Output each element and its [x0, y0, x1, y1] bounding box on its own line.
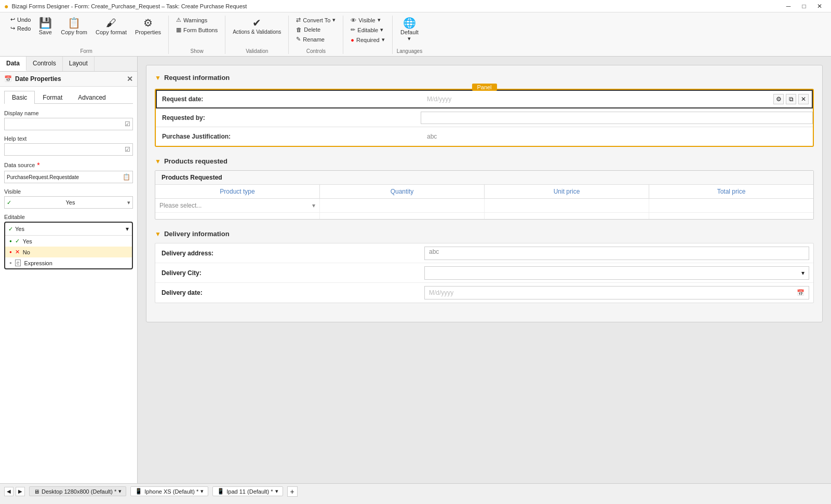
- delivery-row-address: Delivery address: abc: [155, 243, 813, 263]
- required-icon: ●: [351, 37, 354, 43]
- col-quantity: Quantity: [320, 185, 485, 198]
- cell-quantity-1[interactable]: [320, 199, 485, 212]
- help-text-input[interactable]: ☑: [4, 143, 133, 156]
- ipad-label: Ipad 11 (Default) *: [226, 488, 273, 495]
- sub-tab-advanced[interactable]: Advanced: [70, 91, 113, 104]
- editable-button[interactable]: ✏ Editable ▾: [347, 25, 387, 34]
- section-delivery-label: Delivery information: [164, 230, 230, 238]
- col-unit-price: Unit price: [485, 185, 649, 198]
- warnings-button[interactable]: ⚠ Warnings: [173, 16, 221, 24]
- section-toggle-request[interactable]: ▼: [155, 74, 161, 81]
- maximize-button[interactable]: □: [797, 1, 811, 11]
- undo-button[interactable]: ↩ Undo: [8, 16, 33, 23]
- copy-format-button[interactable]: 🖌 Copy format: [92, 16, 130, 37]
- tab-layout[interactable]: Layout: [63, 57, 95, 71]
- visible-button[interactable]: 👁 Visible ▾: [347, 16, 387, 24]
- panel-box-request: Panel Request date: M/d/yyyy ⚙ ⧉ ✕ Requ: [155, 89, 814, 147]
- properties-button[interactable]: ⚙ Properties: [132, 16, 164, 37]
- editable-dropdown-options: ● ✓ Yes ● ✕ No ● e Expression: [5, 235, 132, 268]
- delivery-date-input[interactable]: M/d/yyyy 📅: [424, 286, 809, 299]
- editable-option-yes[interactable]: ● ✓ Yes: [5, 236, 132, 247]
- ribbon-group-form: ↩ Undo ↪ Redo 💾 Save 📋 Copy from: [4, 16, 169, 54]
- visible-arrow-icon: ▾: [127, 199, 130, 206]
- main-area: ▼ Request information Panel Request date…: [138, 57, 831, 483]
- nav-next-button[interactable]: ▶: [16, 487, 25, 496]
- actions-validations-icon: ✔: [252, 18, 261, 28]
- settings-button[interactable]: ⚙: [773, 94, 784, 104]
- cell-total-price-2[interactable]: [649, 213, 813, 219]
- editable-option-expression[interactable]: ● e Expression: [5, 257, 132, 268]
- cell-quantity-2[interactable]: [320, 213, 485, 219]
- minimize-button[interactable]: ─: [781, 1, 796, 11]
- delivery-date-value[interactable]: M/d/yyyy 📅: [420, 284, 813, 302]
- delete-row-button[interactable]: ✕: [798, 94, 809, 104]
- device-tab-ipad[interactable]: 📱 Ipad 11 (Default) * ▾: [212, 486, 283, 496]
- data-source-input[interactable]: PurchaseRequest.Requestdate 📋: [4, 171, 133, 183]
- validation-group-label: Validation: [246, 48, 268, 54]
- default-language-button[interactable]: 🌐 Default ▾: [397, 16, 422, 44]
- save-button[interactable]: 💾 Save: [35, 16, 56, 37]
- convert-to-button[interactable]: ⇄ Convert To ▾: [293, 16, 339, 24]
- delivery-city-value[interactable]: ▾: [420, 264, 813, 282]
- device-tab-iphone[interactable]: 📱 Iphone XS (Default) * ▾: [130, 486, 208, 496]
- app-title: Bizagi Forms Designer - Form: Create_Pur…: [11, 3, 247, 9]
- justification-value[interactable]: abc: [421, 129, 813, 144]
- section-toggle-delivery[interactable]: ▼: [155, 230, 161, 238]
- delivery-address-input[interactable]: abc: [424, 247, 809, 260]
- redo-button[interactable]: ↪ Redo: [8, 24, 33, 32]
- delivery-city-select[interactable]: ▾: [424, 266, 809, 280]
- add-device-tab-button[interactable]: +: [287, 486, 298, 497]
- tab-data[interactable]: Data: [0, 57, 26, 71]
- editable-dropdown-header[interactable]: ✓ Yes ▾: [5, 223, 132, 235]
- editable-option-no[interactable]: ● ✕ No: [5, 247, 132, 257]
- expr-icon: e: [15, 260, 21, 266]
- cell-product-type-2[interactable]: [155, 213, 320, 219]
- form-canvas: ▼ Request information Panel Request date…: [146, 65, 823, 322]
- section-products-header: ▼ Products requested: [155, 157, 814, 165]
- no-x-icon: ✕: [15, 249, 20, 255]
- products-table: Products Requested Product type Quantity…: [155, 170, 814, 220]
- undo-redo-group: ↩ Undo ↪ Redo: [8, 16, 33, 32]
- form-row-request-date[interactable]: Request date: M/d/yyyy ⚙ ⧉ ✕: [156, 90, 813, 108]
- section-products-requested: ▼ Products requested Products Requested …: [155, 157, 814, 220]
- cell-product-type-1[interactable]: Please select... ▾: [155, 199, 320, 212]
- required-button[interactable]: ● Required ▾: [347, 35, 387, 44]
- visible-select[interactable]: ✓ Yes ▾: [4, 196, 133, 209]
- rename-button[interactable]: ✎ Rename: [293, 35, 339, 44]
- actions-validations-button[interactable]: ✔ Actions & Validations: [230, 16, 284, 37]
- cell-unit-price-2[interactable]: [485, 213, 649, 219]
- delivery-date-label: Delivery date:: [155, 285, 420, 301]
- section-delivery-header: ▼ Delivery information: [155, 230, 814, 238]
- editable-dropdown[interactable]: ✓ Yes ▾ ● ✓ Yes ● ✕: [4, 222, 133, 269]
- sub-tab-basic[interactable]: Basic: [4, 91, 35, 104]
- tab-controls[interactable]: Controls: [26, 57, 63, 71]
- desktop-icon: 🖥: [34, 488, 39, 495]
- yes-check-icon: ✓: [15, 238, 20, 244]
- section-products-label: Products requested: [164, 157, 227, 165]
- section-delivery-information: ▼ Delivery information Delivery address:…: [155, 230, 814, 303]
- rename-icon: ✎: [296, 36, 301, 43]
- request-date-value[interactable]: M/d/yyyy: [421, 91, 773, 107]
- delete-button[interactable]: 🗑 Delete: [293, 25, 339, 34]
- form-buttons-button[interactable]: ▦ Form Buttons: [173, 25, 221, 34]
- close-button[interactable]: ✕: [812, 1, 827, 11]
- form-group-label: Form: [80, 48, 92, 54]
- device-tab-desktop[interactable]: 🖥 Desktop 1280x800 (Default) * ▾: [29, 486, 126, 496]
- please-select-label: Please select...: [159, 202, 202, 209]
- panel-close-button[interactable]: ✕: [127, 75, 133, 83]
- delivery-address-value[interactable]: abc: [420, 244, 813, 262]
- option-yes-label: Yes: [23, 238, 32, 244]
- delivery-date-placeholder: M/d/yyyy: [429, 289, 453, 296]
- convert-icon: ⇄: [296, 17, 301, 23]
- data-source-icon: 📋: [123, 173, 130, 181]
- nav-prev-button[interactable]: ◀: [4, 487, 14, 496]
- requested-by-value[interactable]: [421, 112, 813, 124]
- language-dropdown-icon: ▾: [408, 35, 411, 42]
- copy-from-button[interactable]: 📋 Copy from: [58, 16, 90, 37]
- section-toggle-products[interactable]: ▼: [155, 158, 161, 165]
- display-name-input[interactable]: ☑: [4, 118, 133, 130]
- cell-total-price-1[interactable]: [649, 199, 813, 212]
- sub-tab-format[interactable]: Format: [35, 91, 70, 104]
- cell-unit-price-1[interactable]: [485, 199, 649, 212]
- copy-button[interactable]: ⧉: [786, 94, 796, 104]
